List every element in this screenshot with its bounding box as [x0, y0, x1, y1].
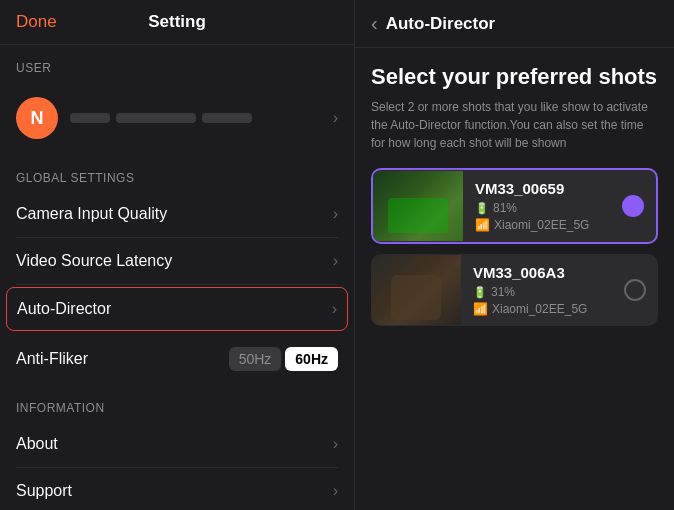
- menu-item-video-source-latency[interactable]: Video Source Latency ›: [16, 238, 338, 285]
- wifi-name-2: Xiaomi_02EE_5G: [492, 302, 587, 316]
- camera-thumbnail-1: [373, 171, 463, 241]
- right-header: ‹ Auto-Director: [355, 0, 674, 48]
- chevron-icon: ›: [333, 252, 338, 270]
- avatar: N: [16, 97, 58, 139]
- right-panel: ‹ Auto-Director Select your preferred sh…: [355, 0, 674, 510]
- menu-item-about[interactable]: About ›: [16, 421, 338, 468]
- left-panel-title: Setting: [148, 12, 206, 32]
- menu-item-camera-input-quality[interactable]: Camera Input Quality ›: [16, 191, 338, 238]
- wifi-name-1: Xiaomi_02EE_5G: [494, 218, 589, 232]
- back-arrow-icon[interactable]: ‹: [371, 12, 378, 35]
- support-label: Support: [16, 482, 72, 500]
- thumbnail-object: [388, 198, 448, 233]
- about-chevron-icon: ›: [333, 435, 338, 453]
- user-section-label: User: [0, 45, 354, 81]
- camera-name-2: VM33_006A3: [473, 264, 612, 281]
- camera-card-2[interactable]: VM33_006A3 🔋 31% 📶 Xiaomi_02EE_5G: [371, 254, 658, 326]
- camera-name-1: VM33_00659: [475, 180, 610, 197]
- camera-battery-2: 🔋 31%: [473, 285, 612, 299]
- anti-fliker-label: Anti-Fliker: [16, 350, 88, 368]
- camera-card-1[interactable]: VM33_00659 🔋 81% 📶 Xiaomi_02EE_5G: [371, 168, 658, 244]
- battery-icon-2: 🔋: [473, 286, 487, 299]
- camera-wifi-2: 📶 Xiaomi_02EE_5G: [473, 302, 612, 316]
- chevron-icon: ›: [333, 205, 338, 223]
- user-info: [70, 113, 333, 123]
- flicker-60hz-button[interactable]: 60Hz: [285, 347, 338, 371]
- camera-thumbnail-2: [371, 255, 461, 325]
- battery-icon: 🔋: [475, 202, 489, 215]
- about-label: About: [16, 435, 58, 453]
- menu-item-label: Video Source Latency: [16, 252, 172, 270]
- camera-info-1: VM33_00659 🔋 81% 📶 Xiaomi_02EE_5G: [463, 170, 622, 242]
- menu-item-right: ›: [332, 300, 337, 318]
- right-heading: Select your preferred shots: [371, 64, 658, 90]
- left-panel: Done Setting User N › GLOBAL SETTINGS Ca…: [0, 0, 355, 510]
- menu-item-right: ›: [333, 205, 338, 223]
- chevron-icon: ›: [332, 300, 337, 318]
- user-info-bar-3: [202, 113, 252, 123]
- battery-value-1: 81%: [493, 201, 517, 215]
- right-content: Select your preferred shots Select 2 or …: [355, 48, 674, 510]
- menu-item-auto-director[interactable]: Auto-Director ›: [6, 287, 348, 331]
- global-settings-label: GLOBAL SETTINGS: [0, 155, 354, 191]
- menu-item-support[interactable]: Support ›: [16, 468, 338, 510]
- menu-item-right: ›: [333, 252, 338, 270]
- user-row[interactable]: N ›: [16, 89, 338, 147]
- battery-value-2: 31%: [491, 285, 515, 299]
- anti-fliker-buttons: 50Hz 60Hz: [229, 347, 338, 371]
- camera-wifi-1: 📶 Xiaomi_02EE_5G: [475, 218, 610, 232]
- user-info-bar-1: [70, 113, 110, 123]
- wifi-icon-2: 📶: [473, 302, 488, 316]
- information-label: INFORMATION: [0, 385, 354, 421]
- right-panel-title: Auto-Director: [386, 14, 496, 34]
- information-list: About › Support ›: [0, 421, 354, 510]
- camera-info-2: VM33_006A3 🔋 31% 📶 Xiaomi_02EE_5G: [461, 254, 624, 326]
- left-header: Done Setting: [0, 0, 354, 45]
- menu-item-label: Auto-Director: [17, 300, 111, 318]
- camera-battery-1: 🔋 81%: [475, 201, 610, 215]
- user-chevron-icon: ›: [333, 109, 338, 127]
- user-section: N ›: [0, 81, 354, 155]
- support-chevron-icon: ›: [333, 482, 338, 500]
- select-circle-2[interactable]: [624, 279, 646, 301]
- wifi-icon-1: 📶: [475, 218, 490, 232]
- right-description: Select 2 or more shots that you like sho…: [371, 98, 658, 152]
- done-button[interactable]: Done: [16, 12, 57, 32]
- global-settings-list: Camera Input Quality › Video Source Late…: [0, 191, 354, 385]
- flicker-50hz-button[interactable]: 50Hz: [229, 347, 282, 371]
- select-circle-1[interactable]: [622, 195, 644, 217]
- menu-item-anti-fliker: Anti-Fliker 50Hz 60Hz: [16, 333, 338, 385]
- user-info-bar-2: [116, 113, 196, 123]
- menu-item-label: Camera Input Quality: [16, 205, 167, 223]
- thumbnail-object-2: [391, 275, 441, 320]
